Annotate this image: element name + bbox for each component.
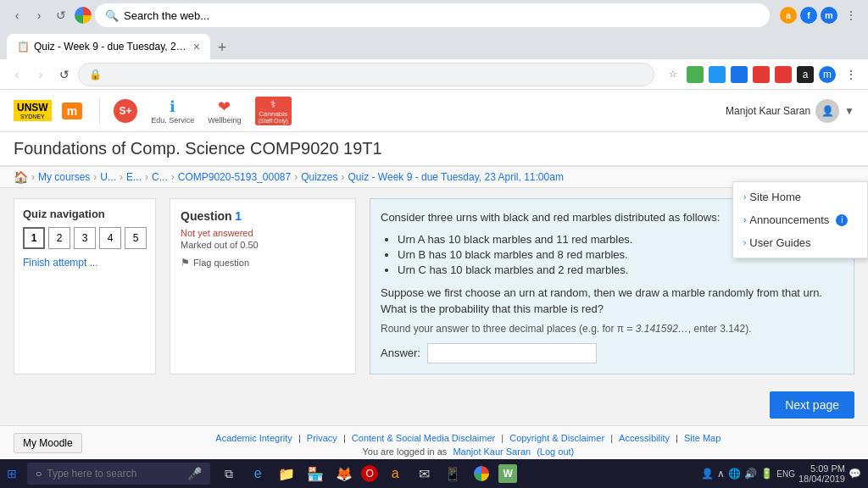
footer-sep-3: |	[501, 433, 506, 443]
ext-red-icon[interactable]	[753, 66, 770, 83]
bookmark-icon[interactable]: ☆	[665, 66, 682, 83]
taskbar-search-input[interactable]	[47, 468, 182, 480]
search-address-bar[interactable]: 🔍	[95, 3, 770, 27]
breadcrumb-e[interactable]: E...	[126, 171, 142, 183]
next-page-button[interactable]: Next page	[770, 391, 854, 419]
splus-icon: S+	[114, 99, 137, 123]
windows-icon: ⊞	[7, 467, 17, 480]
breadcrumb-quizzes[interactable]: Quizzes	[301, 171, 337, 183]
unsw-text: UNSW	[17, 102, 48, 114]
taskbar-files-icon[interactable]: 📁	[275, 462, 298, 485]
footer-content-disclaimer[interactable]: Content & Social Media Disclaimer	[352, 433, 495, 443]
dropdown-site-home[interactable]: › Site Home	[733, 186, 867, 208]
user-avatar[interactable]: 👤	[815, 99, 839, 123]
taskbar-opera-icon[interactable]: O	[361, 465, 378, 482]
dropdown-user-guides[interactable]: › User Guides	[733, 231, 867, 254]
footer-login-info: You are logged in as Manjot Kaur Saran (…	[14, 446, 854, 457]
windows-start-button[interactable]: ⊞	[0, 467, 24, 480]
breadcrumb-my-courses[interactable]: My courses	[38, 171, 90, 183]
quiz-nav-item-3[interactable]: 3	[74, 227, 96, 249]
footer-login-user[interactable]: Manjot Kaur Saran	[453, 446, 531, 457]
back-button[interactable]: ‹	[7, 5, 27, 25]
amazon-icon[interactable]: a	[780, 7, 797, 24]
breadcrumb-u[interactable]: U...	[100, 171, 116, 183]
taskbar-wordle-icon[interactable]: W	[498, 464, 517, 483]
taskbar-edge-icon[interactable]: e	[246, 462, 270, 485]
taskbar-store-icon[interactable]: 🏪	[303, 462, 327, 485]
search-input[interactable]	[124, 9, 760, 22]
taskbar-firefox-icon[interactable]: 🦊	[332, 462, 356, 485]
chrome-user-icon[interactable]: m	[821, 7, 837, 24]
my-moodle-button[interactable]: My Moodle	[14, 433, 82, 453]
new-tab-button[interactable]: +	[210, 36, 234, 59]
taskbar-amazon-icon2[interactable]: a	[383, 462, 407, 485]
refresh-button[interactable]: ↺	[51, 5, 71, 25]
nav-refresh-button[interactable]: ↺	[54, 64, 75, 85]
taskbar-phone-icon[interactable]: 📱	[441, 462, 465, 485]
ext-red2-icon[interactable]	[775, 66, 792, 83]
footer-site-map[interactable]: Site Map	[684, 433, 721, 443]
finish-attempt-link[interactable]: Finish attempt ...	[23, 257, 98, 269]
battery-icon: 🔋	[760, 468, 773, 480]
dropdown-announcements-label: Announcements	[749, 214, 829, 226]
header-icon-edu[interactable]: ℹ Edu. Service	[151, 97, 194, 125]
ext-blue2-icon[interactable]	[731, 66, 748, 83]
taskbar-chrome-icon[interactable]	[470, 462, 493, 485]
nav-right-actions: ☆ a m ⋮	[665, 64, 861, 85]
up-arrow-icon[interactable]: ∧	[717, 468, 725, 480]
taskbar-task-view[interactable]: ⧉	[217, 462, 241, 485]
url-input[interactable]: https://moodle.telt.unsw.edu.au/mod/quiz…	[107, 69, 643, 80]
answer-input[interactable]	[427, 343, 597, 363]
active-tab[interactable]: 📋 Quiz - Week 9 - due Tuesday, 23... ×	[7, 34, 210, 59]
quiz-nav-item-5[interactable]: 5	[125, 227, 147, 249]
sound-icon[interactable]: 🔊	[744, 468, 757, 480]
user-menu-arrow[interactable]: ▼	[844, 105, 854, 117]
quiz-nav-item-1[interactable]: 1	[23, 227, 45, 249]
nav-back-button[interactable]: ‹	[7, 64, 27, 85]
home-icon[interactable]: 🏠	[14, 170, 28, 184]
ext-user-icon[interactable]: m	[819, 66, 836, 83]
question-label: Question	[181, 209, 232, 223]
flag-question-button[interactable]: ⚑ Flag question	[181, 257, 345, 269]
facebook-icon[interactable]: f	[800, 7, 817, 24]
quiz-nav-item-4[interactable]: 4	[99, 227, 121, 249]
list-item-urn-c: Urn C has 10 black marbles and 2 red mar…	[398, 263, 843, 276]
wellbeing-label: Wellbeing	[208, 116, 241, 125]
chrome-menu-button[interactable]: ⋮	[841, 5, 861, 25]
ext-green-icon[interactable]	[687, 66, 704, 83]
chrome-options-button[interactable]: ⋮	[841, 64, 861, 85]
header-icon-splus[interactable]: S+	[114, 99, 137, 123]
dropdown-arrow-icon-3: ›	[743, 238, 746, 247]
footer-copyright[interactable]: Copyright & Disclaimer	[509, 433, 604, 443]
breadcrumb-c[interactable]: C...	[152, 171, 168, 183]
taskbar-icons: ⧉ e 📁 🏪 🦊 O a ✉ 📱 W	[214, 462, 520, 485]
header-icon-wellbeing[interactable]: ❤ Wellbeing	[208, 97, 241, 125]
notification-icon[interactable]: 💬	[849, 468, 861, 480]
nav-forward-button[interactable]: ›	[31, 64, 51, 85]
edu-service-label: Edu. Service	[151, 116, 194, 125]
breadcrumb-quiz-week9[interactable]: Quiz - Week 9 - due Tuesday, 23 April, 1…	[348, 171, 564, 183]
taskbar-clock[interactable]: 5:09 PM 18/04/2019	[798, 463, 845, 484]
forward-button[interactable]: ›	[29, 5, 49, 25]
footer-privacy[interactable]: Privacy	[307, 433, 337, 443]
url-bar[interactable]: 🔒 https://moodle.telt.unsw.edu.au/mod/qu…	[78, 63, 654, 86]
taskbar-mail-icon[interactable]: ✉	[412, 462, 436, 485]
taskbar-search-bar[interactable]: ○ 🎤	[27, 463, 210, 485]
quiz-nav-item-2[interactable]: 2	[48, 227, 70, 249]
tab-bar: 📋 Quiz - Week 9 - due Tuesday, 23... × +	[0, 30, 868, 59]
header-icon-cannabis[interactable]: ⚕ Cannabis (Staff Only)	[255, 97, 292, 125]
dropdown-announcements[interactable]: › Announcements i	[733, 208, 867, 231]
footer-accessibility[interactable]: Accessibility	[619, 433, 670, 443]
ext-blue-icon[interactable]	[709, 66, 726, 83]
next-page-bar: Next page	[0, 385, 868, 425]
breadcrumb-comp9020[interactable]: COMP9020-5193_00087	[178, 171, 291, 183]
moodle-logo: m	[62, 103, 82, 119]
footer-academic-integrity[interactable]: Academic Integrity	[215, 433, 292, 443]
footer-logout-link[interactable]: (Log out)	[537, 446, 574, 457]
navigation-bar: ‹ › ↺ 🔒 https://moodle.telt.unsw.edu.au/…	[0, 59, 868, 90]
cannabis-sublabel: (Staff Only)	[259, 118, 288, 124]
ext-amazon-icon[interactable]: a	[797, 66, 814, 83]
tab-close-button[interactable]: ×	[193, 40, 200, 53]
search-icon: 🔍	[105, 9, 119, 22]
network-icon[interactable]: 🌐	[728, 468, 741, 480]
